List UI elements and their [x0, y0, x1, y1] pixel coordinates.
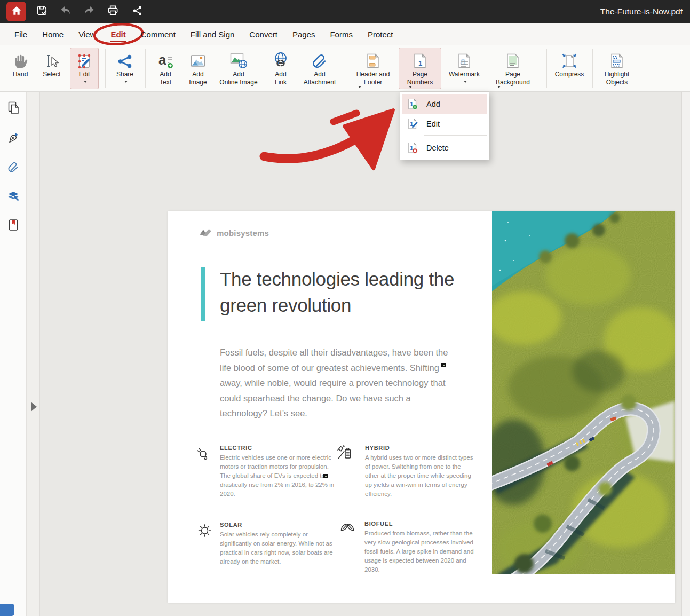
chevron-down-icon: [497, 86, 501, 88]
page-background-icon: [504, 48, 521, 70]
sidebar-item-pages[interactable]: [6, 101, 20, 115]
pages-icon: [6, 101, 20, 115]
page-numbers-menu: 1 Add 1 Edit 1 D: [400, 91, 489, 160]
ribbon-hand-button[interactable]: Hand: [5, 48, 35, 89]
ribbon-page-background-button[interactable]: PageBackground: [486, 48, 540, 89]
print-button[interactable]: [103, 2, 123, 21]
vertical-scrollbar[interactable]: [681, 92, 690, 616]
feature-electric: ELECTRIC Electric vehicles use one or mo…: [220, 445, 337, 499]
highlight-objects-icon: [608, 48, 625, 70]
undo-button[interactable]: [55, 2, 75, 21]
ribbon-page-numbers-button[interactable]: 1 PageNumbers: [399, 48, 441, 89]
tab-fill-and-sign[interactable]: Fill and Sign: [183, 23, 242, 45]
mobisystems-logo-icon: [199, 227, 213, 238]
stamps-layers-icon: [6, 189, 20, 203]
ribbon-add-image-button[interactable]: AddImage: [182, 48, 214, 89]
menu-item-label: Delete: [426, 144, 449, 152]
add-link-icon: [272, 48, 290, 70]
ribbon-share-button[interactable]: Share: [110, 48, 140, 89]
page-number-add-icon: 1: [407, 98, 419, 110]
biofuel-leaves-icon: [339, 520, 356, 539]
menu-tabbar: File Home View Edit Comment Fill and Sig…: [0, 23, 690, 45]
document-photo[interactable]: [492, 211, 675, 574]
ribbon-watermark-button[interactable]: a Watermark: [445, 48, 484, 89]
menu-item-delete[interactable]: 1 Delete: [402, 138, 487, 157]
menu-item-add[interactable]: 1 Add: [402, 94, 487, 114]
share-blue-icon: [117, 48, 133, 70]
ribbon-edit-button[interactable]: Edit: [70, 48, 99, 89]
chevron-down-icon: [409, 86, 412, 88]
share-button-titlebar[interactable]: [128, 2, 147, 21]
logo-text: mobisystems: [217, 228, 269, 238]
ribbon-separator: [546, 49, 547, 88]
tab-convert[interactable]: Convert: [242, 23, 285, 45]
feature-hybrid: HYBRID A hybrid uses two or more distinc…: [365, 445, 476, 499]
panel-resize-strip: [27, 92, 40, 616]
sidebar-item-stamps[interactable]: [6, 189, 20, 203]
tab-protect[interactable]: Protect: [360, 23, 401, 45]
sidebar-item-attachments[interactable]: [6, 160, 20, 174]
feature-solar: SOLAR Solar vehicles rely completely or …: [220, 522, 339, 566]
tab-edit[interactable]: Edit: [103, 23, 133, 45]
tab-file[interactable]: File: [7, 23, 35, 45]
menu-item-label: Edit: [426, 120, 440, 128]
ribbon-add-link-button[interactable]: AddLink: [265, 48, 296, 89]
feature-body: Electric vehicles use one or more electr…: [220, 453, 337, 499]
ribbon-separator: [592, 49, 593, 88]
ribbon-separator: [347, 49, 347, 88]
ribbon-toolbar: Hand Select Edit: [0, 45, 690, 92]
feature-heading: HYBRID: [365, 445, 476, 451]
mobisystems-logo: mobisystems: [199, 227, 269, 238]
feature-body: Produced from biomass, rather than the v…: [364, 529, 479, 574]
document-filename: The-Future-is-Now.pdf: [600, 0, 683, 23]
tab-view[interactable]: View: [71, 23, 103, 45]
ribbon-add-attachment-button[interactable]: AddAttachment: [298, 48, 341, 89]
electric-plug-icon: [195, 445, 212, 464]
ribbon-add-online-image-button[interactable]: AddOnline Image: [216, 48, 261, 89]
object-marker[interactable]: [441, 363, 446, 367]
document-intro-paragraph: Fossil fuels, despite all their disadvan…: [220, 345, 458, 421]
tab-home[interactable]: Home: [35, 23, 71, 45]
page-number-delete-icon: 1: [407, 141, 419, 154]
sidebar-item-fill-and-sign[interactable]: [6, 131, 20, 145]
ribbon-add-text-button[interactable]: a AddText: [150, 48, 180, 89]
menu-item-edit[interactable]: 1 Edit: [402, 114, 487, 133]
ribbon-header-footer-button[interactable]: Header andFooter: [352, 48, 394, 89]
redo-icon: [83, 4, 96, 19]
object-marker[interactable]: [323, 474, 328, 478]
add-image-icon: [189, 48, 207, 70]
redo-button[interactable]: [79, 2, 99, 21]
chevron-down-icon: [464, 81, 467, 83]
sidebar-item-bookmarks[interactable]: [6, 218, 20, 232]
watermark-icon: a: [456, 48, 473, 70]
header-footer-icon: [364, 48, 382, 70]
feature-heading: ELECTRIC: [220, 445, 337, 451]
ribbon-select-button[interactable]: Select: [37, 48, 67, 89]
solar-sun-icon: [196, 522, 213, 541]
bottom-left-panel-button[interactable]: [0, 604, 14, 616]
page-numbers-icon: 1: [411, 48, 429, 70]
ribbon-highlight-objects-button[interactable]: HighlightObjects: [597, 48, 637, 89]
hybrid-fuel-icon: [337, 444, 354, 463]
chevron-down-icon: [124, 81, 128, 83]
ribbon-compress-button[interactable]: Compress: [553, 48, 586, 89]
feature-heading: BIOFUEL: [364, 520, 479, 527]
active-tab-underline: [110, 41, 126, 42]
panel-expand-button[interactable]: [31, 402, 37, 412]
ribbon-separator: [145, 49, 146, 88]
left-panel-bar: [0, 92, 27, 616]
feature-heading: SOLAR: [220, 522, 339, 528]
document-heading: The technologies leading the green revol…: [220, 266, 465, 318]
add-online-image-icon: [229, 48, 248, 70]
svg-text:1: 1: [418, 59, 422, 67]
share-icon: [132, 5, 144, 19]
tab-forms[interactable]: Forms: [322, 23, 360, 45]
edit-object-icon: [76, 48, 92, 70]
bookmark-icon: [6, 218, 20, 232]
tab-pages[interactable]: Pages: [285, 23, 323, 45]
paperclip-icon: [6, 160, 20, 174]
home-button[interactable]: [6, 2, 26, 21]
chevron-down-icon: [84, 81, 87, 83]
tab-comment[interactable]: Comment: [133, 23, 183, 45]
save-button[interactable]: [32, 2, 52, 21]
